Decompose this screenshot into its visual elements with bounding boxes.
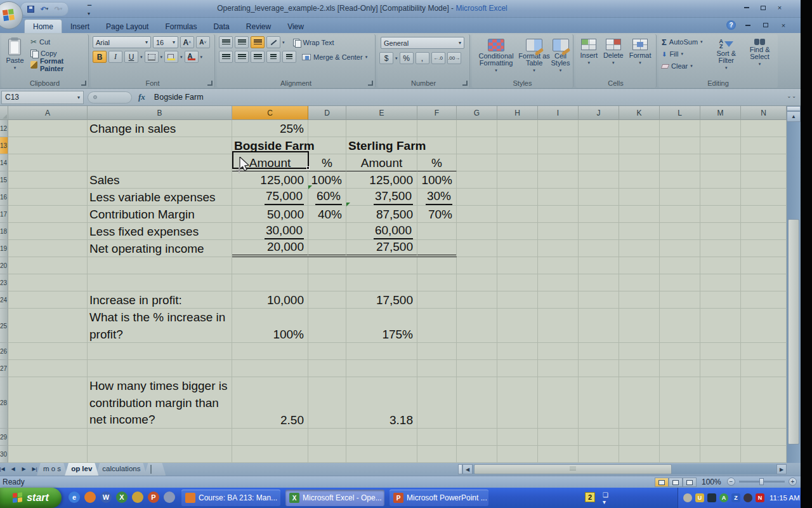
- cell-M30[interactable]: [700, 446, 741, 463]
- cell-N17[interactable]: [741, 206, 787, 223]
- cell-L18[interactable]: [660, 223, 700, 240]
- cell-C27[interactable]: [232, 360, 308, 377]
- cell-A12[interactable]: [8, 120, 88, 137]
- cell-L20[interactable]: [660, 257, 700, 274]
- clipboard-dialog-launcher-icon[interactable]: [81, 81, 86, 86]
- show-hidden-icons-icon[interactable]: ❏▾: [603, 491, 608, 505]
- cell-L19[interactable]: [660, 240, 700, 257]
- row-header-30[interactable]: 30: [0, 446, 8, 463]
- cell-I12[interactable]: [538, 120, 579, 137]
- cell-D16[interactable]: 60%: [308, 189, 346, 206]
- cell-J18[interactable]: [579, 223, 619, 240]
- page-break-view-button[interactable]: [683, 478, 697, 487]
- cell-I24[interactable]: [538, 291, 579, 309]
- cell-K12[interactable]: [619, 120, 660, 137]
- cell-C20[interactable]: [232, 257, 308, 274]
- cell-I30[interactable]: [538, 446, 579, 463]
- tab-home[interactable]: Home: [24, 19, 62, 33]
- align-right-button[interactable]: [251, 51, 265, 63]
- fill-handle[interactable]: [306, 166, 310, 170]
- cell-C29[interactable]: [232, 429, 308, 446]
- cell-E24[interactable]: 17,500: [346, 291, 417, 309]
- row-header-17[interactable]: 17: [0, 206, 8, 223]
- cell-H28[interactable]: [497, 377, 538, 429]
- cell-M14[interactable]: [700, 154, 741, 171]
- font-color-button[interactable]: A: [185, 51, 199, 63]
- cell-N19[interactable]: [741, 240, 787, 257]
- cell-H12[interactable]: [497, 120, 538, 137]
- cell-I14[interactable]: [538, 154, 579, 171]
- cell-M29[interactable]: [700, 429, 741, 446]
- row-header-28[interactable]: 28: [0, 377, 8, 429]
- cell-L13[interactable]: [660, 137, 700, 154]
- vertical-scrollbar[interactable]: ▲ ▼: [787, 106, 801, 476]
- increase-decimal-button[interactable]: ←.0: [431, 52, 445, 64]
- format-painter-button[interactable]: Format Painter: [29, 59, 86, 70]
- cell-N28[interactable]: [741, 377, 787, 429]
- cell-G30[interactable]: [457, 446, 497, 463]
- cell-B13[interactable]: [88, 137, 232, 154]
- cell-J30[interactable]: [579, 446, 619, 463]
- cell-E19[interactable]: 27,500: [346, 240, 417, 257]
- cell-K23[interactable]: [619, 274, 660, 291]
- cell-J12[interactable]: [579, 120, 619, 137]
- cell-M26[interactable]: [700, 343, 741, 360]
- cell-E28[interactable]: 3.18: [346, 377, 417, 429]
- cell-styles-button[interactable]: Cell Styles▾: [550, 36, 571, 76]
- cell-H16[interactable]: [497, 189, 538, 206]
- cell-L26[interactable]: [660, 343, 700, 360]
- cell-H23[interactable]: [497, 274, 538, 291]
- cell-I29[interactable]: [538, 429, 579, 446]
- cell-K25[interactable]: [619, 309, 660, 343]
- select-all-corner[interactable]: [0, 106, 8, 120]
- cell-F25[interactable]: [417, 309, 457, 343]
- cell-B24[interactable]: Increase in profit:: [88, 291, 232, 309]
- align-bottom-button[interactable]: [251, 36, 265, 48]
- format-as-table-button[interactable]: Format as Table▾: [518, 36, 550, 76]
- cell-K15[interactable]: [619, 171, 660, 189]
- cell-C12[interactable]: 25%: [232, 120, 308, 137]
- delete-cells-button[interactable]: Delete▾: [603, 36, 624, 76]
- cell-H29[interactable]: [497, 429, 538, 446]
- cell-D20[interactable]: [308, 257, 346, 274]
- tray-tools-icon[interactable]: [707, 493, 716, 502]
- row-header-12[interactable]: 12: [0, 120, 8, 137]
- tray-update-icon[interactable]: U: [695, 493, 704, 502]
- cell-I18[interactable]: [538, 223, 579, 240]
- cell-M18[interactable]: [700, 223, 741, 240]
- cell-G14[interactable]: [457, 154, 497, 171]
- cell-A15[interactable]: [8, 171, 88, 189]
- cell-J13[interactable]: [579, 137, 619, 154]
- borders-button[interactable]: [145, 51, 159, 63]
- hsplit-handle[interactable]: [458, 464, 462, 474]
- cell-N14[interactable]: [741, 154, 787, 171]
- font-name-combo[interactable]: Arial▾: [93, 36, 151, 48]
- cell-M28[interactable]: [700, 377, 741, 429]
- cell-G27[interactable]: [457, 360, 497, 377]
- cell-G17[interactable]: [457, 206, 497, 223]
- horizontal-scroll-thumb[interactable]: [474, 464, 672, 474]
- cell-K19[interactable]: [619, 240, 660, 257]
- cell-D18[interactable]: [308, 223, 346, 240]
- tab-review[interactable]: Review: [238, 20, 279, 33]
- cell-M23[interactable]: [700, 274, 741, 291]
- sort-filter-button[interactable]: AZ Sort & Filter▾: [710, 36, 742, 76]
- alignment-dialog-launcher-icon[interactable]: [368, 81, 373, 86]
- column-header-K[interactable]: K: [619, 106, 660, 120]
- cell-H18[interactable]: [497, 223, 538, 240]
- cell-K30[interactable]: [619, 446, 660, 463]
- cell-J23[interactable]: [579, 274, 619, 291]
- cell-B28[interactable]: How many times bigger is contribution ma…: [88, 377, 232, 429]
- cell-A24[interactable]: [8, 291, 88, 309]
- cell-B20[interactable]: [88, 257, 232, 274]
- cell-A28[interactable]: [8, 377, 88, 429]
- cell-A25[interactable]: [8, 309, 88, 343]
- horizontal-scrollbar[interactable]: [473, 464, 776, 474]
- formula-content[interactable]: Bogside Farm: [154, 93, 204, 102]
- cell-D28[interactable]: [308, 377, 346, 429]
- cell-E20[interactable]: [346, 257, 417, 274]
- cell-G23[interactable]: [457, 274, 497, 291]
- conditional-formatting-button[interactable]: Conditional Formatting▾: [474, 36, 518, 76]
- cell-G15[interactable]: [457, 171, 497, 189]
- row-header-23[interactable]: 23: [0, 274, 8, 291]
